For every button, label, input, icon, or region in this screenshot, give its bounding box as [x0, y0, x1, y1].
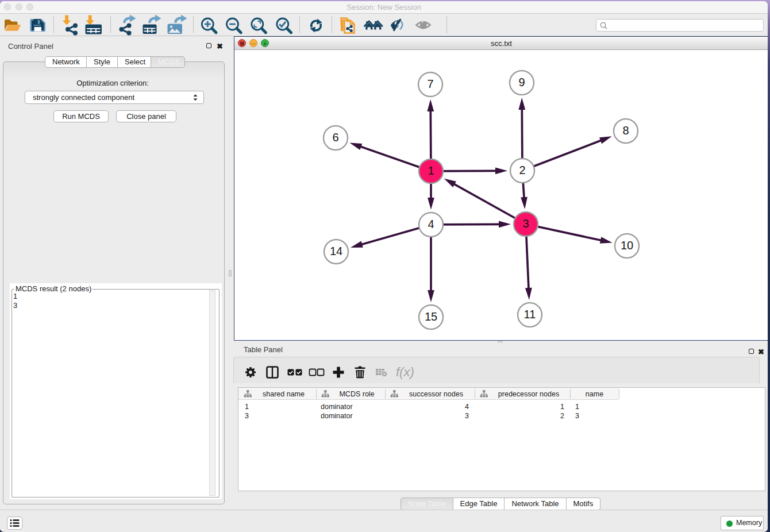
- svg-text:2: 2: [519, 164, 525, 176]
- svg-text:3: 3: [522, 217, 529, 230]
- svg-text:4: 4: [428, 218, 434, 230]
- svg-text:6: 6: [332, 131, 338, 144]
- svg-text:7: 7: [427, 78, 433, 90]
- svg-text:10: 10: [621, 239, 633, 252]
- svg-text:1: 1: [428, 164, 434, 177]
- svg-text:9: 9: [518, 76, 525, 88]
- svg-text:11: 11: [524, 308, 536, 321]
- svg-text:14: 14: [330, 245, 342, 257]
- svg-text:f(x): f(x): [396, 365, 414, 379]
- svg-text:15: 15: [425, 310, 437, 323]
- svg-text:8: 8: [622, 124, 629, 137]
